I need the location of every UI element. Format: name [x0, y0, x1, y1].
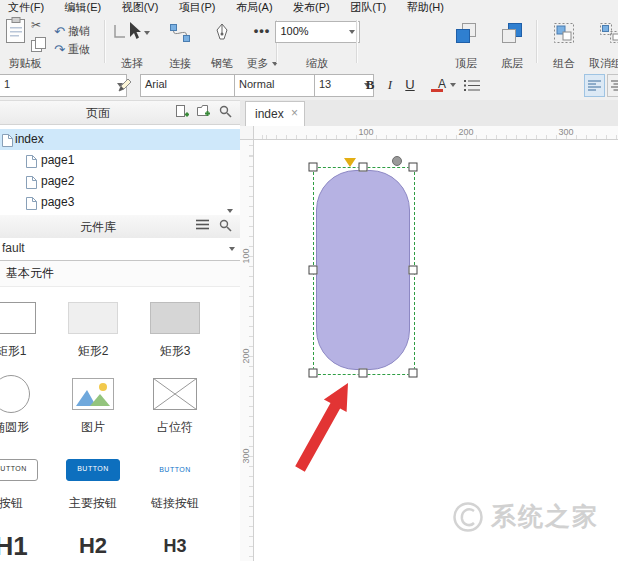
- main-toolbar: ✂ 剪贴板 ↶ 撤销 ↷ 重做 选择 连接: [0, 13, 618, 71]
- widgets-panel-title: 元件库: [0, 219, 196, 236]
- select-mode-button[interactable]: 选择: [106, 18, 158, 74]
- watermark-text: 系统之家: [491, 500, 599, 533]
- widget-library-value: fault: [2, 241, 25, 255]
- vertical-ruler[interactable]: 100 200 300: [240, 140, 254, 561]
- widget-style-select[interactable]: 1: [0, 74, 127, 97]
- widget-item-h2[interactable]: H2: [52, 514, 134, 561]
- align-center-button[interactable]: [607, 74, 618, 97]
- redo-button[interactable]: ↷ 重做: [54, 42, 90, 57]
- resize-handle-top-middle[interactable]: [359, 163, 368, 172]
- add-folder-icon[interactable]: [197, 105, 212, 120]
- paste-icon[interactable]: [5, 17, 27, 48]
- zoom-value: 100%: [281, 25, 309, 37]
- resize-handle-bottom-right[interactable]: [409, 369, 418, 378]
- resize-handle-middle-left[interactable]: [309, 266, 318, 275]
- red-annotation-arrow: [254, 140, 618, 561]
- edit-style-icon[interactable]: [118, 77, 133, 96]
- menu-item-help[interactable]: 帮助(H): [399, 3, 452, 13]
- widget-item-button[interactable]: BUTTON 按钮: [0, 438, 52, 514]
- widget-item-primary-button[interactable]: BUTTON 主要按钮: [52, 438, 134, 514]
- menu-item-label: 团队(T): [350, 0, 386, 13]
- tab-index[interactable]: index ×: [245, 101, 305, 126]
- ellipsis-icon: •••: [254, 21, 271, 41]
- widget-label: 矩形3: [160, 343, 191, 360]
- send-to-back-icon: [502, 21, 522, 45]
- menu-item-label: 帮助(H): [407, 0, 444, 13]
- menu-item-label: 视图(V): [122, 0, 159, 13]
- menu-item-label: 项目(P): [179, 0, 216, 13]
- italic-button[interactable]: I: [382, 74, 398, 95]
- group-button[interactable]: 组合: [542, 18, 586, 74]
- list-format-icon[interactable]: [464, 78, 480, 96]
- page-tree-item-page1[interactable]: page1: [0, 150, 240, 171]
- bold-button[interactable]: B: [360, 74, 380, 95]
- widget-item-rect1[interactable]: 矩形1: [0, 286, 52, 362]
- hamburger-menu-icon[interactable]: [196, 219, 211, 234]
- zoom-select[interactable]: 100%: [275, 21, 360, 43]
- design-canvas[interactable]: 系统之家: [254, 140, 618, 561]
- copy-icon[interactable]: [31, 37, 46, 56]
- zoom-control: 100% 缩放: [282, 18, 352, 74]
- page-tree-item-page2[interactable]: page2: [0, 171, 240, 192]
- close-icon[interactable]: ×: [291, 102, 298, 125]
- ungroup-icon: [600, 21, 618, 45]
- align-left-button[interactable]: [584, 74, 605, 97]
- undo-button[interactable]: ↶ 撤销: [54, 24, 90, 39]
- widget-item-link-button[interactable]: BUTTON 链接按钮: [134, 438, 216, 514]
- widget-item-h1[interactable]: H1: [0, 514, 52, 561]
- page-label: page2: [41, 171, 74, 192]
- underline-button[interactable]: U: [400, 74, 420, 95]
- widget-item-rect2[interactable]: 矩形2: [52, 286, 134, 362]
- toolbar-divider: [356, 20, 358, 63]
- search-icon[interactable]: [219, 105, 234, 120]
- widget-item-rect3[interactable]: 矩形3: [134, 286, 216, 362]
- front-label: 顶层: [455, 56, 477, 71]
- font-family-select[interactable]: Arial: [140, 74, 248, 97]
- menu-item-view[interactable]: 视图(V): [114, 3, 167, 13]
- redo-icon: ↷: [54, 44, 65, 56]
- ruler-number: 100: [241, 245, 251, 267]
- connector-tool-button[interactable]: 连接: [158, 18, 202, 74]
- widget-section-header[interactable]: 基本元件: [0, 261, 241, 287]
- widget-preview-ellipse: [0, 374, 30, 414]
- page-tree-item-index[interactable]: index: [0, 129, 240, 150]
- connector-icon: [170, 21, 190, 45]
- tree-scroll-down-icon[interactable]: [227, 209, 233, 213]
- font-color-button[interactable]: A: [426, 74, 458, 95]
- widget-section-label: 基本元件: [6, 266, 54, 280]
- pages-panel-title: 页面: [0, 105, 196, 122]
- widget-item-image[interactable]: 图片: [52, 362, 134, 438]
- menu-item-file[interactable]: 文件(F): [0, 3, 52, 13]
- menu-bar: 文件(F) 编辑(E) 视图(V) 项目(P) 布局(A) 发布(P) 团队(T…: [0, 0, 618, 13]
- menu-item-edit[interactable]: 编辑(E): [57, 3, 110, 13]
- widget-item-placeholder[interactable]: 占位符: [134, 362, 216, 438]
- menu-item-project[interactable]: 项目(P): [171, 3, 224, 13]
- widget-item-ellipse[interactable]: 椭圆形: [0, 362, 52, 438]
- menu-item-arrange[interactable]: 布局(A): [228, 3, 281, 13]
- cut-icon[interactable]: ✂: [31, 18, 41, 32]
- page-label: index: [15, 129, 44, 150]
- chevron-down-icon: [229, 247, 235, 251]
- resize-handle-top-left[interactable]: [309, 163, 318, 172]
- resize-handle-top-right[interactable]: [409, 163, 418, 172]
- pen-tool-button[interactable]: 钢笔: [202, 18, 242, 74]
- resize-handle-middle-right[interactable]: [409, 266, 418, 275]
- watermark-logo-icon: [452, 501, 484, 533]
- redo-label: 重做: [68, 42, 90, 57]
- widget-preview-h3: H3: [163, 526, 186, 561]
- resize-handle-bottom-middle[interactable]: [359, 369, 368, 378]
- ungroup-button[interactable]: 取消组合: [586, 18, 618, 74]
- bring-to-front-button[interactable]: 顶层: [444, 18, 488, 74]
- widget-library-select[interactable]: fault: [0, 238, 241, 261]
- horizontal-ruler[interactable]: 100 200 300: [254, 126, 618, 140]
- align-left-icon: [588, 80, 601, 91]
- menu-item-publish[interactable]: 发布(P): [285, 3, 338, 13]
- widget-item-h3[interactable]: H3: [134, 514, 216, 561]
- menu-item-team[interactable]: 团队(T): [342, 3, 394, 13]
- menu-item-label: 发布(P): [293, 0, 330, 13]
- search-icon[interactable]: [219, 219, 234, 234]
- send-to-back-button[interactable]: 底层: [490, 18, 534, 74]
- page-tree-item-page3[interactable]: page3: [0, 192, 240, 213]
- resize-handle-bottom-left[interactable]: [309, 369, 318, 378]
- add-page-icon[interactable]: [175, 105, 190, 120]
